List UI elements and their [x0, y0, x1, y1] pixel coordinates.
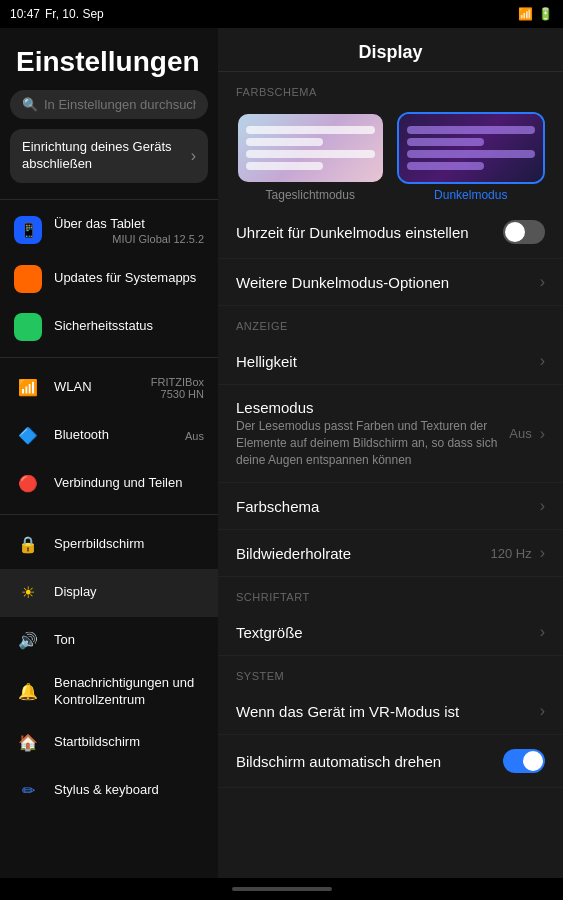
sidebar-item-tablet-badge: MIUI Global 12.5.2 — [54, 233, 204, 245]
sidebar-item-tablet[interactable]: 📱 Über das Tablet MIUI Global 12.5.2 — [0, 206, 218, 255]
sidebar: Einstellungen 🔍 Einrichtung deines Gerät… — [0, 28, 218, 878]
sidebar-item-homescreen-label: Startbildschirm — [54, 734, 204, 751]
settings-row-textsize-text: Textgröße — [236, 624, 532, 641]
sidebar-item-stylus[interactable]: ✏ Stylus & keyboard — [0, 766, 218, 814]
scheme-option-light[interactable]: Tageslichtmodus — [236, 112, 385, 202]
sidebar-item-display[interactable]: ☀ Display — [0, 569, 218, 617]
setup-box-label: Einrichtung deines Geräts abschließen — [22, 139, 191, 173]
sidebar-item-wlan-badge: FRITZIBox7530 HN — [151, 376, 204, 400]
sidebar-item-bluetooth-text: Bluetooth — [54, 427, 173, 444]
battery-icon: 🔋 — [538, 7, 553, 21]
settings-row-readmode-title: Lesemodus — [236, 399, 501, 416]
status-right: 📶 🔋 — [518, 7, 553, 21]
settings-row-refreshrate-title: Bildwiederholrate — [236, 545, 482, 562]
dark-preview-line-1 — [407, 126, 536, 134]
settings-row-colorscheme[interactable]: Farbschema › — [218, 483, 563, 530]
settings-row-dark-time[interactable]: Uhrzeit für Dunkelmodus einstellen — [218, 206, 563, 259]
update-icon: ⬆ — [14, 265, 42, 293]
refreshrate-value: 120 Hz — [490, 546, 531, 561]
sidebar-item-lockscreen-text: Sperrbildschirm — [54, 536, 204, 553]
section-label-system: SYSTEM — [218, 656, 563, 688]
settings-row-colorscheme-title: Farbschema — [236, 498, 532, 515]
settings-row-dark-options-text: Weitere Dunkelmodus-Optionen — [236, 274, 532, 291]
settings-row-readmode-subtitle: Der Lesemodus passt Farben und Texturen … — [236, 418, 501, 468]
sidebar-item-bluetooth-label: Bluetooth — [54, 427, 173, 444]
sidebar-item-sound-label: Ton — [54, 632, 204, 649]
dark-time-toggle-knob — [505, 222, 525, 242]
sidebar-item-sharing-text: Verbindung und Teilen — [54, 475, 204, 492]
settings-row-brightness[interactable]: Helligkeit › — [218, 338, 563, 385]
dark-preview — [399, 114, 544, 182]
dark-preview-line-2 — [407, 138, 484, 146]
content-panel: Display FARBSCHEMA Tageslichtmodus — [218, 28, 563, 878]
sidebar-divider-top — [0, 199, 218, 200]
vrmode-arrow-icon: › — [540, 702, 545, 720]
settings-row-brightness-title: Helligkeit — [236, 353, 532, 370]
search-input[interactable] — [44, 97, 196, 112]
sidebar-item-updates-text: Updates für Systemapps — [54, 270, 204, 287]
dark-preview-line-3 — [407, 150, 536, 158]
autorotate-toggle[interactable] — [503, 749, 545, 773]
setup-box[interactable]: Einrichtung deines Geräts abschließen › — [10, 129, 208, 183]
sidebar-item-bluetooth[interactable]: 🔷 Bluetooth Aus — [0, 412, 218, 460]
settings-row-readmode[interactable]: Lesemodus Der Lesemodus passt Farben und… — [218, 385, 563, 483]
sidebar-search[interactable]: 🔍 — [10, 90, 208, 119]
shield-icon: ✔ — [14, 313, 42, 341]
wifi-status-icon: 📶 — [518, 7, 533, 21]
sidebar-item-homescreen[interactable]: 🏠 Startbildschirm — [0, 718, 218, 766]
sidebar-item-tablet-label: Über das Tablet — [54, 216, 204, 233]
sidebar-item-updates[interactable]: ⬆ Updates für Systemapps — [0, 255, 218, 303]
sidebar-item-wlan[interactable]: 📶 WLAN FRITZIBox7530 HN — [0, 364, 218, 412]
notification-icon: 🔔 — [14, 678, 42, 706]
settings-row-colorscheme-text: Farbschema — [236, 498, 532, 515]
settings-row-dark-options[interactable]: Weitere Dunkelmodus-Optionen › — [218, 259, 563, 306]
dark-preview-line-4 — [407, 162, 484, 170]
preview-line-1 — [246, 126, 375, 134]
section-label-anzeige: ANZEIGE — [218, 306, 563, 338]
sidebar-item-sharing-label: Verbindung und Teilen — [54, 475, 204, 492]
settings-row-dark-time-title: Uhrzeit für Dunkelmodus einstellen — [236, 224, 495, 241]
home-icon: 🏠 — [14, 728, 42, 756]
stylus-icon: ✏ — [14, 776, 42, 804]
sidebar-divider-2 — [0, 514, 218, 515]
settings-row-refreshrate[interactable]: Bildwiederholrate 120 Hz › — [218, 530, 563, 577]
settings-row-textsize[interactable]: Textgröße › — [218, 609, 563, 656]
tablet-icon: 📱 — [14, 216, 42, 244]
status-date: Fr, 10. Sep — [45, 7, 104, 21]
bottom-bar — [0, 878, 563, 900]
sidebar-item-notifications-text: Benachrichtigungen und Kontrollzentrum — [54, 675, 204, 709]
sidebar-item-sound[interactable]: 🔊 Ton — [0, 617, 218, 665]
sidebar-title: Einstellungen — [0, 28, 218, 90]
status-time: 10:47 — [10, 7, 40, 21]
settings-row-readmode-text: Lesemodus Der Lesemodus passt Farben und… — [236, 399, 501, 468]
scheme-preview-light — [236, 112, 385, 184]
settings-row-dark-options-title: Weitere Dunkelmodus-Optionen — [236, 274, 532, 291]
sidebar-item-lockscreen[interactable]: 🔒 Sperrbildschirm — [0, 521, 218, 569]
preview-line-3 — [246, 150, 375, 158]
sidebar-item-display-text: Display — [54, 584, 204, 601]
preview-line-2 — [246, 138, 323, 146]
sidebar-item-notifications-label: Benachrichtigungen und Kontrollzentrum — [54, 675, 204, 709]
setup-box-arrow-icon: › — [191, 147, 196, 165]
lock-icon: 🔒 — [14, 531, 42, 559]
readmode-value: Aus — [509, 426, 531, 441]
sidebar-divider-1 — [0, 357, 218, 358]
dark-time-toggle[interactable] — [503, 220, 545, 244]
scheme-option-dark[interactable]: Dunkelmodus — [397, 112, 546, 202]
sidebar-item-security-label: Sicherheitsstatus — [54, 318, 204, 335]
bluetooth-icon: 🔷 — [14, 422, 42, 450]
sidebar-item-stylus-label: Stylus & keyboard — [54, 782, 204, 799]
status-left: 10:47 Fr, 10. Sep — [10, 7, 104, 21]
autorotate-toggle-knob — [523, 751, 543, 771]
wifi-icon: 📶 — [14, 374, 42, 402]
sidebar-item-sharing[interactable]: 🔴 Verbindung und Teilen — [0, 460, 218, 508]
settings-row-autorotate[interactable]: Bildschirm automatisch drehen — [218, 735, 563, 788]
dark-options-arrow-icon: › — [540, 273, 545, 291]
light-preview — [238, 114, 383, 182]
sidebar-item-wlan-label: WLAN — [54, 379, 139, 396]
readmode-arrow-icon: › — [540, 425, 545, 443]
content-header: Display — [218, 28, 563, 72]
sidebar-item-security[interactable]: ✔ Sicherheitsstatus — [0, 303, 218, 351]
sidebar-item-notifications[interactable]: 🔔 Benachrichtigungen und Kontrollzentrum — [0, 665, 218, 719]
settings-row-vrmode[interactable]: Wenn das Gerät im VR-Modus ist › — [218, 688, 563, 735]
